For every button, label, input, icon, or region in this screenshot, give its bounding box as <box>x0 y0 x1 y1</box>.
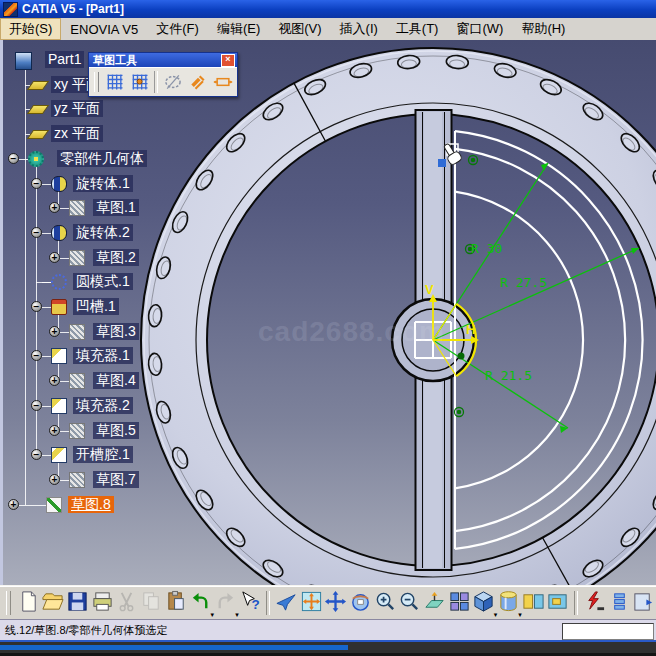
cut-icon[interactable] <box>114 590 139 617</box>
tree-expander[interactable]: + <box>49 425 60 436</box>
taskbar-edge <box>0 640 656 656</box>
tree-connector <box>60 431 69 432</box>
toolbar-separator <box>154 71 158 93</box>
snap-to-point-icon[interactable] <box>127 70 152 94</box>
tree-label[interactable]: 草图.8 <box>68 496 114 513</box>
close-icon[interactable]: × <box>221 54 235 67</box>
sketch-circle-r27-5[interactable] <box>455 149 625 531</box>
tree-connector <box>42 282 51 283</box>
tree-label[interactable]: 开槽腔.1 <box>73 446 133 463</box>
tree-expander[interactable]: − <box>31 178 42 189</box>
tree-label[interactable]: 草图.3 <box>93 323 139 340</box>
paste-icon[interactable] <box>164 590 189 617</box>
tree-label[interactable]: 旋转体.2 <box>73 224 133 241</box>
construction-element-icon[interactable] <box>160 70 185 94</box>
tree-expander[interactable]: + <box>49 375 60 386</box>
fit-all-in-icon[interactable] <box>299 590 324 617</box>
menu-item-7[interactable]: 工具(T) <box>387 18 448 40</box>
copy-icon[interactable] <box>139 590 164 617</box>
hide-show-icon[interactable] <box>521 590 546 617</box>
tree-label[interactable]: Part1 <box>45 51 84 68</box>
dimensional-constraint-icon[interactable] <box>210 70 235 94</box>
tree-expander[interactable]: − <box>31 301 42 312</box>
drag-handle[interactable] <box>94 72 99 92</box>
rotate-icon[interactable] <box>348 590 373 617</box>
update-icon[interactable] <box>582 590 607 617</box>
tree-expander[interactable]: − <box>31 449 42 460</box>
menu-item-1[interactable]: 开始(S) <box>0 18 61 40</box>
sketch-tools-titlebar[interactable]: 草图工具 × <box>89 53 237 67</box>
whats-this-icon[interactable] <box>238 590 263 617</box>
menu-item-5[interactable]: 视图(V) <box>269 18 330 40</box>
catia-logo-icon <box>3 2 18 17</box>
tree-label[interactable]: 填充器.1 <box>73 347 133 364</box>
tree-expander[interactable]: + <box>49 202 60 213</box>
isometric-view-icon[interactable] <box>472 590 497 617</box>
tree-expander[interactable]: − <box>31 227 42 238</box>
selection-highlight-square <box>438 159 446 167</box>
h-axis-label: H <box>466 322 475 337</box>
tree-label[interactable]: 圆模式.1 <box>73 273 133 290</box>
menu-item-3[interactable]: 文件(F) <box>147 18 208 40</box>
multi-view-icon[interactable] <box>447 590 472 617</box>
tree-expander[interactable]: − <box>31 350 42 361</box>
undo-icon[interactable] <box>188 590 213 617</box>
catia-window: CATIA V5 - [Part1] 开始(S)ENOVIA V5文件(F)编辑… <box>0 0 656 656</box>
menu-item-4[interactable]: 编辑(E) <box>208 18 269 40</box>
tree-label[interactable]: 零部件几何体 <box>57 150 147 167</box>
sketch-tools-body <box>89 67 237 96</box>
status-bar: 线.12/草图.8/零部件几何体预选定 <box>0 619 656 641</box>
tree-connector <box>42 356 51 357</box>
tree-expander[interactable]: + <box>49 474 60 485</box>
tree-label[interactable]: yz 平面 <box>51 100 103 117</box>
v-axis-label: V <box>425 282 434 297</box>
tree-expander[interactable]: − <box>31 400 42 411</box>
menu-item-8[interactable]: 窗口(W) <box>447 18 512 40</box>
tree-label[interactable]: zx 平面 <box>51 125 103 142</box>
tree-label[interactable]: 草图.7 <box>93 471 139 488</box>
tree-expander[interactable]: + <box>49 326 60 337</box>
tree-connector <box>19 505 46 506</box>
tree-label[interactable]: 草图.2 <box>93 249 139 266</box>
tree-label[interactable]: 草图.4 <box>93 372 139 389</box>
save-icon[interactable] <box>65 590 90 617</box>
pan-icon[interactable] <box>324 590 349 617</box>
menu-item-9[interactable]: 帮助(H) <box>512 18 574 40</box>
tree-connector <box>42 307 51 308</box>
open-folder-icon[interactable] <box>41 590 66 617</box>
graph-tree-icon[interactable] <box>607 590 632 617</box>
tree-expander[interactable]: − <box>8 153 19 164</box>
tree-connector <box>60 208 69 209</box>
tree-label[interactable]: 填充器.2 <box>73 397 133 414</box>
menu-item-2[interactable]: ENOVIA V5 <box>61 20 147 39</box>
sketch-icon <box>69 373 85 389</box>
zoom-out-icon[interactable] <box>398 590 423 617</box>
slot-icon <box>51 447 67 463</box>
tree-label[interactable]: 草图.5 <box>93 422 139 439</box>
plane-icon <box>27 81 49 90</box>
clipboard-icon[interactable] <box>631 590 656 617</box>
grid-icon[interactable] <box>102 70 127 94</box>
print-icon[interactable] <box>90 590 115 617</box>
zoom-in-icon[interactable] <box>373 590 398 617</box>
normal-view-icon[interactable] <box>422 590 447 617</box>
command-input[interactable] <box>562 623 654 640</box>
tree-label[interactable]: 草图.1 <box>93 199 139 216</box>
geometric-constraint-icon[interactable] <box>185 70 210 94</box>
shading-style-icon[interactable] <box>496 590 521 617</box>
menu-item-6[interactable]: 插入(I) <box>331 18 387 40</box>
redo-icon[interactable] <box>213 590 238 617</box>
swap-visible-space-icon[interactable] <box>546 590 571 617</box>
taskbar-progress <box>0 645 348 650</box>
toolbar-separator <box>574 591 578 615</box>
3d-viewport[interactable]: R 30R 27.5R 21.5 VH cad2688.com Part1xy … <box>0 40 656 585</box>
fly-mode-icon[interactable] <box>274 590 299 617</box>
new-document-icon[interactable] <box>16 590 41 617</box>
tree-connector <box>42 455 51 456</box>
tree-expander[interactable]: + <box>8 499 19 510</box>
toolbar-drag-handle[interactable] <box>6 591 11 615</box>
tree-label[interactable]: 凹槽.1 <box>73 298 119 315</box>
part-icon <box>15 52 32 70</box>
tree-label[interactable]: 旋转体.1 <box>73 175 133 192</box>
tree-expander[interactable]: + <box>49 252 60 263</box>
